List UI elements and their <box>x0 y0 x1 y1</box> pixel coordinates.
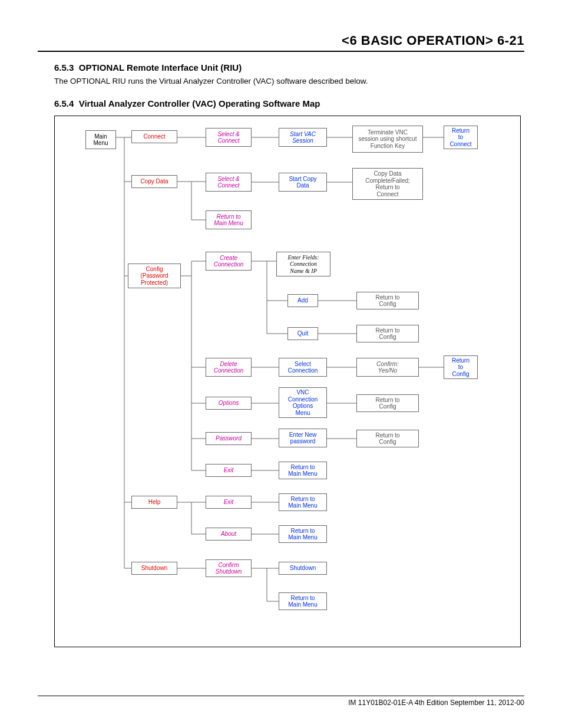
header-rule <box>38 51 524 52</box>
box-vnc-options: VNCConnectionOptionsMenu <box>279 387 327 418</box>
box-return-config-quit: Return toConfig <box>356 325 419 342</box>
box-add: Add <box>287 294 318 307</box>
box-delete-connection: DeleteConnection <box>206 358 252 377</box>
page-header: <6 BASIC OPERATION> 6-21 <box>38 33 524 48</box>
box-return-main-about: Return toMain Menu <box>279 525 327 543</box>
box-confirm-shutdown: ConfirmShutdown <box>206 559 252 577</box>
box-shutdown-action: Shutdown <box>279 562 327 575</box>
box-options: Options <box>206 397 252 410</box>
box-start-copy: Start CopyData <box>279 173 327 192</box>
box-return-main-shutdown: Return toMain Menu <box>279 592 327 610</box>
box-enter-fields: Enter Fields:ConnectionName & IP <box>276 252 330 276</box>
box-config: Config(PasswordProtected) <box>128 263 181 288</box>
box-return-config-add: Return toConfig <box>356 292 419 309</box>
box-return-config-opt: Return toConfig <box>356 394 419 412</box>
box-return-main-exit: Return toMain Menu <box>279 462 327 479</box>
section-654: 6.5.4 Virtual Analyzer Controller (VAC) … <box>54 98 524 108</box>
box-quit: Quit <box>287 327 318 340</box>
box-return-config-del: ReturntoConfig <box>444 355 478 379</box>
box-help-exit: Exit <box>206 496 252 509</box>
box-copy-result: Copy DataComplete/Failed;Return toConnec… <box>352 168 423 200</box>
box-select-connect-1: Select &Connect <box>206 128 252 147</box>
box-return-config-pw: Return toConfig <box>356 430 419 447</box>
box-return-main-1: Return toMain Menu <box>206 210 252 229</box>
box-connect: Connect <box>131 130 177 143</box>
section-653: 6.5.3 OPTIONAL Remote Interface Unit (RI… <box>54 62 524 73</box>
software-map-diagram: MainMenu Connect Select &Connect Start V… <box>54 116 521 647</box>
box-select-connection: SelectConnection <box>279 358 327 377</box>
box-shutdown: Shutdown <box>131 562 177 575</box>
box-terminate-vnc: Terminate VNCsession using shortcutFunct… <box>352 126 423 153</box>
box-enter-password: Enter Newpassword <box>279 429 327 447</box>
box-return-main-help: Return toMain Menu <box>279 493 327 511</box>
box-create-connection: CreateConnection <box>206 252 252 271</box>
box-select-connect-2: Select &Connect <box>206 173 252 192</box>
box-start-vac: Start VACSession <box>279 128 327 147</box>
box-copy-data: Copy Data <box>131 175 177 188</box>
box-confirm-yn: Confirm:Yes/No <box>356 358 419 377</box>
box-about: About <box>206 528 252 541</box>
box-password: Password <box>206 432 252 445</box>
box-return-connect-1: ReturntoConnect <box>444 126 478 149</box>
page-footer: IM 11Y01B02-01E-A 4th Edition September … <box>38 696 524 707</box>
box-help: Help <box>131 496 177 509</box>
paragraph-653: The OPTIONAL RIU runs the Virtual Analyz… <box>54 76 524 87</box>
box-exit-config: Exit <box>206 464 252 477</box>
box-main-menu: MainMenu <box>85 130 116 149</box>
